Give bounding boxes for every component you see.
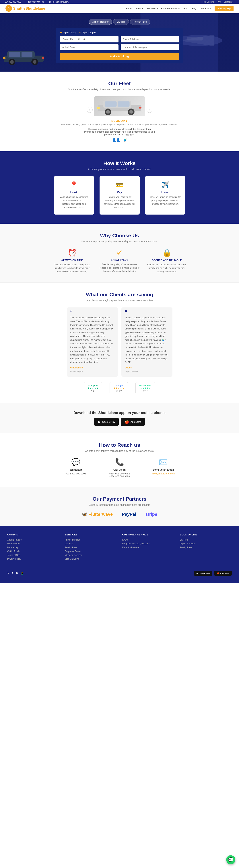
whatsapp-social-icon[interactable]: 📱 <box>21 571 24 575</box>
phone-value[interactable]: +234 903 000 9452 +234 903 000 9488 <box>101 472 138 478</box>
twitter-icon[interactable]: 𝕏 <box>7 571 10 575</box>
booking-slip-button[interactable]: Booking Slip <box>215 6 234 11</box>
fleet-next-button[interactable]: › <box>147 107 152 113</box>
topbar-phone1[interactable]: +234 903 000 9452 <box>4 1 21 3</box>
footer-report-link[interactable]: Report a Problem <box>122 546 174 549</box>
paypal-logo: PayPal <box>122 512 136 517</box>
tab-airport-transfer[interactable]: Airport Transfer <box>89 19 112 25</box>
footer-get-in-touch-link[interactable]: Get in Touch <box>7 550 59 553</box>
footer-service-blog[interactable]: Blog On Arrival <box>65 558 117 560</box>
reach-whatsapp: 💬 Whatsapp +234 903 009 9108 <box>58 458 94 478</box>
footer-google-play-icon: ▶ <box>197 572 198 575</box>
email-link[interactable]: info@shuttlelane.com <box>152 472 175 475</box>
airport-dropoff-option[interactable]: Airport Dropoff <box>79 31 96 34</box>
phone-icon: 📞 <box>101 458 138 466</box>
footer-service-priority[interactable]: Priority Pass <box>65 546 117 549</box>
luggage-icon: 🧳 <box>123 138 127 142</box>
step-book-title: Book <box>58 191 90 194</box>
footer-faq-questions-link[interactable]: Frequently Asked Questions <box>122 542 174 545</box>
footer-app-btns: ▶ Google Play 🍎 App Store <box>194 571 232 576</box>
nav-contact[interactable]: Contact Us <box>200 7 211 10</box>
footer-service-corporate[interactable]: Corporate Travel <box>65 550 117 553</box>
email-icon: ✉️ <box>145 458 182 466</box>
form-row-2 <box>60 44 179 50</box>
reach-section: How to Reach us Want to get in touch? Yo… <box>0 433 239 487</box>
footer-book-priority[interactable]: Priority Pass <box>180 546 232 549</box>
apple-icon: 🍎 <box>124 420 129 424</box>
select-pickup-airport[interactable]: Select Pickup Airport <box>60 36 119 42</box>
nav-blog[interactable]: Blog <box>183 7 188 10</box>
footer-service-wedding[interactable]: Wedding Services <box>65 554 117 556</box>
footer-app-store-btn[interactable]: 🍎 App Store <box>214 571 232 576</box>
footer: COMPANY Airport Transfer Who We Are Part… <box>0 526 239 583</box>
topbar-link-3[interactable]: Contact Us <box>224 1 234 3</box>
facebook-icon[interactable]: f <box>12 571 13 575</box>
app-store-button[interactable]: 🍎 App Store <box>121 418 145 426</box>
topbar-link-2[interactable]: FAQ <box>217 1 221 3</box>
footer-app-store-label: App Store <box>220 572 229 575</box>
footer-partnerships-link[interactable]: Partnerships <box>7 546 59 549</box>
footer-who-we-are-link[interactable]: Who We Are <box>7 542 59 545</box>
dropoff-address-input[interactable] <box>121 36 179 42</box>
footer-service-car-hire[interactable]: Car Hire <box>65 542 117 545</box>
phone-1: +234 903 000 9452 <box>101 472 138 475</box>
footer-terms-link[interactable]: Terms of Use <box>7 554 59 556</box>
nav-home[interactable]: Home <box>126 7 132 10</box>
testimonials-subtitle: Our clients are saying great things abou… <box>7 299 232 302</box>
step-travel-title: Travel <box>149 191 181 194</box>
svg-point-9 <box>10 60 14 64</box>
step-travel-desc: Driver will arrive on schedule for picku… <box>149 195 181 206</box>
footer-google-play-label: Google Play <box>199 572 210 575</box>
email-value[interactable]: info@shuttlelane.com <box>145 472 182 475</box>
topbar-phone2[interactable]: +234 903 000 9488 <box>26 1 44 3</box>
topbar-link-1[interactable]: Home Booking <box>201 1 214 3</box>
footer-social: 𝕏 f in 📱 <box>7 571 24 575</box>
footer-book-car-hire[interactable]: Car Hire <box>180 538 232 541</box>
footer-book-airport[interactable]: Airport Transfer <box>180 542 232 545</box>
passengers-input[interactable] <box>121 44 179 50</box>
pickup-options: Airport Pickup Airport Dropoff <box>60 31 179 34</box>
testimonial-1-location: Lagos, Nigeria <box>70 370 114 373</box>
nav-faq[interactable]: FAQ <box>191 7 196 10</box>
nav-services[interactable]: Services ▾ <box>147 7 158 10</box>
footer-google-play-btn[interactable]: ▶ Google Play <box>194 571 212 576</box>
footer-airport-transfer-link[interactable]: Airport Transfer <box>7 538 59 541</box>
pickup-label: Airport Pickup <box>63 31 77 34</box>
google-play-button[interactable]: ▶ Google Play <box>94 418 119 426</box>
form-row-1: Select Pickup Airport <box>60 36 179 42</box>
svg-rect-24 <box>97 107 100 109</box>
footer-customer-title: CUSTOMER SERVICE <box>122 533 174 536</box>
footer-privacy-link[interactable]: Privacy Policy <box>7 558 59 560</box>
tab-car-hire[interactable]: Car Hire <box>113 19 129 25</box>
booking-form: Airport Pickup Airport Dropoff Select Pi… <box>56 28 183 63</box>
topbar-email[interactable]: info@shuttlelane.com <box>49 1 68 3</box>
fleet-prev-button[interactable]: ‹ <box>87 107 93 113</box>
how-it-works-subtitle: Accessing our services is as simple as i… <box>7 168 232 170</box>
footer-faqs-link[interactable]: FAQs <box>122 538 174 541</box>
whatsapp-value[interactable]: +234 903 009 9108 <box>58 472 94 475</box>
arrival-date-input[interactable] <box>60 44 119 50</box>
pickup-radio <box>60 32 62 33</box>
footer-service-airport[interactable]: Airport Transfer <box>65 538 117 541</box>
airport-pickup-option[interactable]: Airport Pickup <box>60 31 77 34</box>
svg-rect-14 <box>3 57 5 59</box>
testimonial-2: I haven't been to Lagos for years and wa… <box>121 307 173 377</box>
make-booking-button[interactable]: Make Booking <box>60 53 179 60</box>
tripadvisor-name: tripadvisor <box>139 384 151 387</box>
fleet-capacity-icons: 👤👤 🧳 <box>7 138 232 142</box>
trustpilot-name: Trustpilot <box>88 384 98 387</box>
reach-cards: 💬 Whatsapp +234 903 009 9108 📞 Call us o… <box>7 458 232 478</box>
linkedin-icon[interactable]: in <box>16 571 18 575</box>
why-card-secure-title: SECURE AND RELIABLE <box>147 259 187 261</box>
nav-partner[interactable]: Become A Partner <box>161 7 180 10</box>
payment-section: Our Payment Partners Globally tested and… <box>0 487 239 526</box>
footer-apple-icon: 🍎 <box>217 572 219 575</box>
payment-title: Our Payment Partners <box>7 496 232 502</box>
nav-about[interactable]: About ▾ <box>136 7 144 10</box>
why-title: Why Choose Us <box>7 233 232 239</box>
svg-rect-25 <box>139 107 142 108</box>
reach-email: ✉️ Send us an Email info@shuttlelane.com <box>145 458 182 478</box>
ratings-row: Trustpilot ★★★★★ ★ 5+ Google ★★★★★ ★ 5.0… <box>7 382 232 394</box>
tab-priority-pass[interactable]: Priority Pass <box>130 19 150 25</box>
svg-rect-5 <box>187 37 203 40</box>
